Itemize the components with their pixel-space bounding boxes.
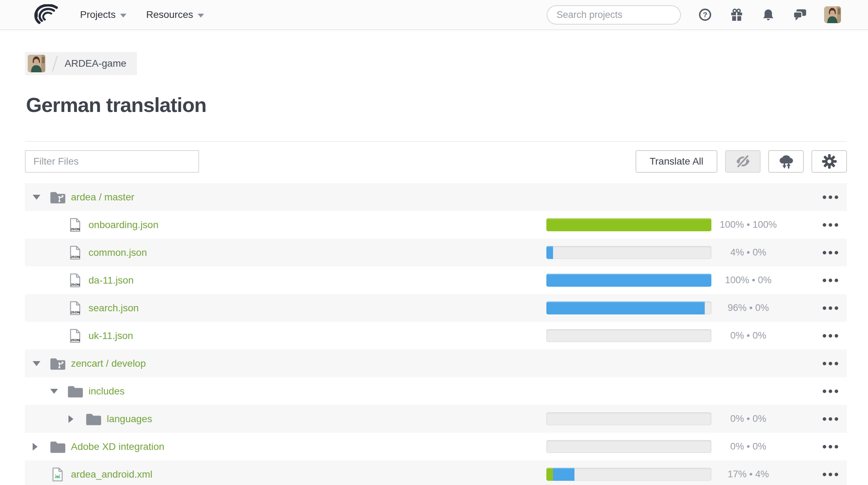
- top-navbar: Projects Resources: [0, 0, 868, 30]
- caret-right-icon: [33, 443, 38, 451]
- table-row: ardea / master: [25, 183, 847, 211]
- toggle-hidden-files-button[interactable]: [725, 150, 761, 173]
- json-file-icon: [67, 218, 84, 232]
- filter-files-input[interactable]: [25, 150, 199, 173]
- nav-projects-menu[interactable]: Projects: [80, 9, 126, 20]
- user-avatar[interactable]: [824, 6, 841, 23]
- avatar-image: [28, 55, 45, 72]
- file-link[interactable]: ardea_android.xml: [71, 469, 152, 480]
- caret-right-icon: [68, 415, 73, 423]
- file-link[interactable]: search.json: [88, 303, 139, 314]
- progress-bar: [546, 301, 711, 314]
- gear-icon: [822, 154, 837, 169]
- json-file-icon: [67, 328, 84, 343]
- progress-stats: 96% • 0%: [710, 294, 787, 322]
- expand-caret[interactable]: [33, 443, 43, 451]
- folder-link[interactable]: ardea / master: [71, 192, 134, 203]
- progress-approved: [546, 468, 553, 481]
- section-divider: [25, 141, 847, 142]
- file-link[interactable]: da-11.json: [88, 275, 134, 286]
- row-menu-button[interactable]: [821, 322, 840, 350]
- gift-icon: [730, 8, 743, 21]
- row-menu-button[interactable]: [821, 350, 840, 377]
- breadcrumb[interactable]: ARDEA-game: [25, 52, 137, 75]
- table-row: search.json 96% • 0%: [25, 294, 847, 322]
- progress-bar: [546, 218, 711, 231]
- table-row: uk-11.json 0% • 0%: [25, 322, 847, 350]
- row-menu-button[interactable]: [821, 405, 840, 433]
- table-row: common.json 4% • 0%: [25, 239, 847, 266]
- chevron-down-icon: [120, 14, 126, 18]
- help-button[interactable]: [698, 7, 712, 22]
- table-row: languages 0% • 0%: [25, 405, 847, 433]
- row-menu-button[interactable]: [821, 460, 840, 485]
- row-menu-button[interactable]: [821, 433, 840, 460]
- file-link[interactable]: common.json: [88, 247, 147, 258]
- files-toolbar: Translate All: [25, 150, 847, 173]
- caret-down-icon: [33, 361, 40, 366]
- row-menu-button[interactable]: [821, 183, 840, 211]
- app-logo[interactable]: [32, 4, 60, 26]
- progress-stats: 100% • 0%: [710, 266, 787, 294]
- table-row: includes: [25, 377, 847, 405]
- cloud-sync-icon: [778, 154, 795, 169]
- progress-stats: 17% • 4%: [710, 460, 787, 485]
- table-row: Adobe XD integration 0% • 0%: [25, 433, 847, 460]
- expand-caret[interactable]: [68, 415, 79, 423]
- file-link[interactable]: uk-11.json: [88, 330, 133, 341]
- navbar-right: [547, 5, 841, 25]
- row-menu-button[interactable]: [821, 239, 840, 266]
- page-title: German translation: [26, 95, 868, 115]
- progress-stats: 0% • 0%: [710, 322, 787, 350]
- collapse-caret[interactable]: [50, 389, 61, 394]
- row-menu-button[interactable]: [821, 266, 840, 294]
- progress-stats: 4% • 0%: [710, 239, 787, 266]
- row-menu-button[interactable]: [821, 294, 840, 322]
- chevron-down-icon: [198, 14, 204, 18]
- folder-icon: [67, 385, 84, 398]
- progress-approved: [546, 218, 711, 231]
- progress-translated: [546, 301, 705, 314]
- avatar-image: [824, 6, 841, 23]
- caret-down-icon: [50, 389, 58, 394]
- table-row: ardea_android.xml 17% • 4%: [25, 460, 847, 485]
- progress-bar: [546, 468, 711, 481]
- folder-link[interactable]: includes: [88, 386, 125, 397]
- breadcrumb-project-name[interactable]: ARDEA-game: [65, 58, 126, 69]
- json-file-icon: [67, 245, 84, 260]
- nav-resources-menu[interactable]: Resources: [146, 9, 204, 20]
- table-row: da-11.json 100% • 0%: [25, 266, 847, 294]
- row-menu-button[interactable]: [821, 377, 840, 405]
- progress-stats: 0% • 0%: [710, 433, 787, 460]
- file-link[interactable]: onboarding.json: [88, 219, 158, 231]
- folder-link[interactable]: zencart / develop: [71, 358, 146, 369]
- sync-files-button[interactable]: [768, 150, 804, 173]
- row-menu-button[interactable]: [821, 211, 840, 239]
- gift-button[interactable]: [729, 7, 744, 22]
- repo-folder-icon: [49, 191, 66, 204]
- help-icon: [698, 8, 712, 21]
- toolbar-actions: Translate All: [636, 150, 847, 173]
- folder-link[interactable]: languages: [107, 413, 152, 425]
- chat-icon: [793, 8, 807, 21]
- folder-link[interactable]: Adobe XD integration: [71, 441, 164, 452]
- json-file-icon: [67, 301, 84, 315]
- progress-bar: [546, 412, 711, 425]
- eye-off-icon: [735, 153, 751, 170]
- search-input[interactable]: [557, 9, 681, 20]
- collapse-caret[interactable]: [33, 361, 43, 366]
- collapse-caret[interactable]: [33, 195, 43, 200]
- translate-all-button[interactable]: Translate All: [636, 150, 717, 173]
- progress-stats: 100% • 100%: [710, 211, 787, 239]
- caret-down-icon: [33, 195, 40, 200]
- table-row: zencart / develop: [25, 350, 847, 377]
- repo-folder-icon: [49, 357, 66, 370]
- settings-button[interactable]: [811, 150, 847, 173]
- bell-icon: [762, 8, 775, 21]
- nav-projects-label: Projects: [80, 9, 116, 20]
- android-file-icon: [49, 467, 66, 482]
- folder-icon: [49, 440, 66, 453]
- notifications-button[interactable]: [761, 7, 776, 22]
- progress-translated: [546, 246, 553, 259]
- messages-button[interactable]: [793, 7, 807, 22]
